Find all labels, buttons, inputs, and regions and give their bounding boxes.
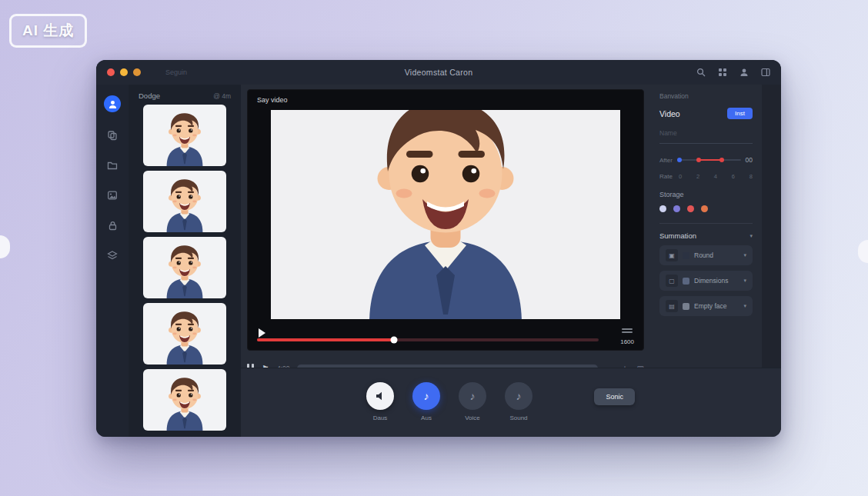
edge-artifact-left bbox=[0, 235, 10, 258]
duration-label: 1600 bbox=[620, 338, 634, 345]
image-icon[interactable] bbox=[105, 188, 119, 202]
layers-icon[interactable] bbox=[105, 248, 119, 262]
row-icon: ▢ bbox=[666, 275, 678, 287]
menu-dashes-icon[interactable] bbox=[622, 328, 633, 333]
folder-icon[interactable] bbox=[105, 158, 119, 172]
dock-button-sound[interactable]: ♪ Sound bbox=[505, 382, 532, 421]
dock-button-voice[interactable]: ♪ Voice bbox=[459, 382, 486, 421]
speaker-icon[interactable] bbox=[366, 382, 394, 410]
row-label: Dimensions bbox=[694, 277, 739, 285]
slider-value: 00 bbox=[746, 156, 753, 164]
chevron-down-icon: ▾ bbox=[743, 252, 746, 258]
avatar-thumbnail[interactable] bbox=[143, 369, 226, 431]
music-note-icon[interactable]: ♪ bbox=[505, 382, 532, 410]
slider-dot-start[interactable] bbox=[677, 158, 682, 162]
video-progress-bar[interactable] bbox=[257, 338, 599, 341]
avatar-thumbnail[interactable] bbox=[143, 105, 226, 166]
video-label: Say video bbox=[257, 96, 288, 104]
avatar-thumbnail[interactable] bbox=[143, 237, 226, 298]
search-icon[interactable] bbox=[696, 68, 706, 77]
play-button[interactable] bbox=[259, 328, 265, 338]
inspector-panel: Banvation Video Inst Name After 00 Rate … bbox=[650, 85, 762, 368]
summation-row-dimensions[interactable]: ▢ Dimensions ▾ bbox=[659, 271, 753, 291]
avatar-thumbnail[interactable] bbox=[143, 303, 226, 365]
bottom-dock: Daus ♪ Aus ♪ Voice ♪ Sound Sonic bbox=[241, 368, 781, 437]
right-edge-strip bbox=[762, 85, 781, 368]
thumbnail-panel-meta: @ 4m bbox=[213, 92, 231, 100]
summation-row-round[interactable]: ▣ Round ▾ bbox=[659, 245, 753, 265]
avatar-tab-icon[interactable] bbox=[104, 95, 121, 112]
user-icon[interactable] bbox=[739, 68, 749, 77]
thumbnail-panel: Dodge @ 4m bbox=[129, 85, 241, 437]
summation-row-empty-face[interactable]: ▤ Empty face ▾ bbox=[659, 296, 753, 316]
avatar-thumbnail[interactable] bbox=[143, 171, 226, 232]
rate-tick: 8 bbox=[749, 173, 753, 180]
summation-header[interactable]: Summation ▾ bbox=[659, 231, 753, 240]
divider bbox=[659, 223, 753, 224]
rate-tick: 6 bbox=[732, 173, 735, 180]
slider-dot-low[interactable] bbox=[696, 158, 701, 162]
row-swatch bbox=[683, 278, 689, 285]
inspector-section-label: Banvation bbox=[659, 92, 753, 100]
storage-label: Storage bbox=[659, 191, 753, 198]
app-window: Seguin Videomstat Caron bbox=[96, 60, 781, 437]
dock-button-label: Sound bbox=[509, 414, 527, 421]
chevron-down-icon: ▾ bbox=[743, 278, 746, 284]
lock-icon[interactable] bbox=[105, 218, 119, 232]
row-label: Round bbox=[694, 251, 739, 259]
titlebar: Seguin Videomstat Caron bbox=[96, 60, 781, 85]
color-swatch[interactable] bbox=[673, 205, 680, 212]
music-note-icon[interactable]: ♪ bbox=[412, 382, 440, 410]
row-swatch bbox=[683, 303, 689, 310]
dock-button-label: Aus bbox=[421, 414, 432, 421]
edge-artifact-right bbox=[858, 240, 868, 263]
rate-ticks: 0 2 4 6 8 bbox=[679, 173, 753, 180]
copy-icon[interactable] bbox=[105, 128, 119, 142]
chevron-down-icon: ▾ bbox=[743, 303, 746, 309]
rate-tick: 2 bbox=[696, 173, 699, 180]
left-icon-rail bbox=[96, 85, 129, 437]
panel-icon[interactable] bbox=[761, 68, 770, 77]
row-swatch bbox=[683, 252, 689, 259]
video-player: Say video 1600 bbox=[247, 89, 644, 351]
color-swatch[interactable] bbox=[687, 205, 694, 212]
ai-generated-badge: AI 生成 bbox=[9, 14, 87, 48]
name-field[interactable]: Name bbox=[659, 129, 753, 144]
thumbnail-panel-title: Dodge bbox=[139, 92, 160, 100]
color-swatch[interactable] bbox=[701, 205, 708, 212]
color-swatch[interactable] bbox=[659, 205, 666, 212]
range-slider[interactable] bbox=[677, 159, 741, 161]
slider-dot-high[interactable] bbox=[719, 158, 724, 162]
row-icon: ▤ bbox=[666, 300, 678, 312]
grid-icon[interactable] bbox=[718, 68, 727, 77]
music-note-icon[interactable]: ♪ bbox=[459, 382, 486, 410]
chevron-down-icon: ▾ bbox=[749, 233, 753, 239]
video-stage bbox=[271, 110, 620, 319]
progress-scrubber[interactable] bbox=[390, 337, 397, 344]
slider-range-segment bbox=[699, 159, 722, 161]
video-property-label: Video bbox=[659, 109, 680, 118]
avatar-preview bbox=[330, 110, 561, 319]
window-title: Videomstat Caron bbox=[96, 60, 781, 85]
slider-label: After bbox=[659, 157, 673, 164]
rate-tick: 0 bbox=[679, 173, 682, 180]
video-action-button[interactable]: Inst bbox=[727, 108, 753, 119]
row-label: Empty face bbox=[694, 302, 739, 310]
sonic-button[interactable]: Sonic bbox=[594, 388, 635, 405]
dock-button-label: Daus bbox=[373, 414, 388, 421]
row-icon: ▣ bbox=[666, 249, 678, 261]
color-swatches bbox=[659, 205, 753, 212]
summation-label: Summation bbox=[659, 231, 696, 240]
rate-label: Rate bbox=[659, 173, 673, 180]
progress-fill bbox=[257, 338, 394, 341]
rate-tick: 4 bbox=[714, 173, 717, 180]
dock-button-daus[interactable]: Daus bbox=[366, 382, 394, 421]
dock-button-aus[interactable]: ♪ Aus bbox=[412, 382, 440, 421]
dock-button-label: Voice bbox=[465, 414, 480, 421]
